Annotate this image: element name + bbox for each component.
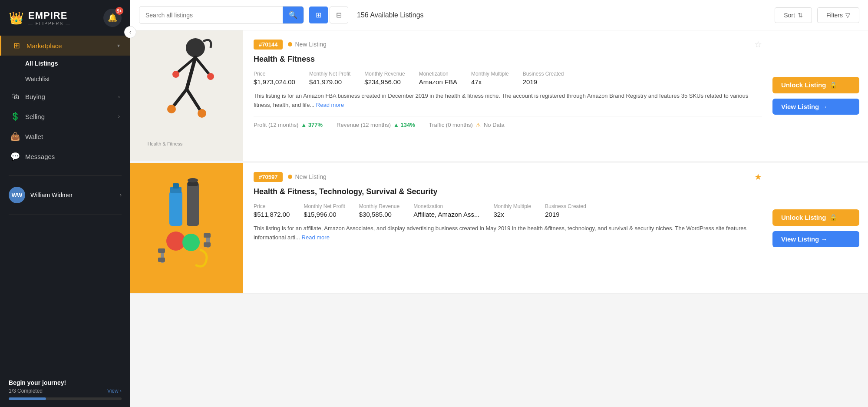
svg-rect-14 <box>187 182 199 226</box>
listing-id-2: #70597 <box>254 172 283 182</box>
sidebar-item-watchlist[interactable]: Watchlist <box>25 71 130 87</box>
traffic-metric: Traffic (0 months) ⚠ No Data <box>429 122 505 129</box>
status-dot <box>288 175 292 179</box>
svg-point-9 <box>198 109 206 118</box>
stat-created: Business Created 2019 <box>523 71 564 86</box>
listing-header: #70144 New Listing ☆ <box>254 39 762 50</box>
journey-section: Begin your journey! 1/3 Completed View › <box>0 372 130 407</box>
sort-button[interactable]: Sort ⇅ <box>775 7 812 23</box>
listing-stats: Price $1,973,024.00 Monthly Net Profit $… <box>254 71 762 86</box>
user-name: William Widmer <box>30 192 115 199</box>
svg-rect-21 <box>158 258 165 262</box>
svg-point-16 <box>188 178 198 182</box>
wallet-icon: 👜 <box>10 132 20 141</box>
filter-label: Filters <box>826 12 843 19</box>
profit-metric: Profit (12 months) ▲ 377% <box>254 122 323 129</box>
sidebar-item-messages[interactable]: 💬 Messages <box>0 146 130 166</box>
user-section[interactable]: WW William Widmer › <box>0 180 130 210</box>
grid-icon: ⊞ <box>12 41 21 50</box>
topbar: 🔍 ⊞ ⊟ 156 Available Listings Sort ⇅ Filt… <box>130 0 868 30</box>
sidebar: 👑 EMPIRE — FLIPPERS — 🔔 9+ ‹ ⊞ Marketpla… <box>0 0 130 407</box>
action-buttons-2: Unlock Listing 🔒 View Listing → <box>772 163 868 293</box>
search-button[interactable]: 🔍 <box>283 7 304 23</box>
listing-image-2 <box>130 163 243 293</box>
stat-multiple: Monthly Multiple 47x <box>471 71 509 86</box>
stat-price: Price $1,973,024.00 <box>254 71 295 86</box>
lock-icon: 🔒 <box>829 81 838 89</box>
listing-description: This listing is for an Amazon FBA busine… <box>254 92 762 110</box>
lock-icon-2: 🔒 <box>829 214 838 222</box>
stat-created-2: Business Created 2019 <box>545 203 586 218</box>
main-content: 🔍 ⊞ ⊟ 156 Available Listings Sort ⇅ Filt… <box>130 0 868 407</box>
chevron-right-icon: › <box>118 113 120 119</box>
stat-price-2: Price $511,872.00 <box>254 203 290 218</box>
marketplace-subnav: All Listings Watchlist <box>0 56 130 87</box>
svg-text:Health & Fitness: Health & Fitness <box>148 141 183 146</box>
chevron-right-icon: › <box>118 94 120 100</box>
sidebar-item-label: Messages <box>25 153 120 160</box>
chevron-down-icon: ▾ <box>117 43 120 49</box>
sidebar-item-selling[interactable]: 💲 Selling › <box>0 106 130 126</box>
star-button[interactable]: ☆ <box>754 39 762 50</box>
read-more-link[interactable]: Read more <box>316 102 344 108</box>
svg-rect-13 <box>173 183 179 189</box>
svg-point-6 <box>172 71 179 78</box>
svg-point-7 <box>207 73 214 80</box>
read-more-link-2[interactable]: Read more <box>302 234 330 241</box>
table-row: #70597 New Listing ★ Health & Fitness, T… <box>130 163 868 294</box>
new-badge: New Listing <box>288 41 326 48</box>
sidebar-item-all-listings[interactable]: All Listings <box>25 56 130 71</box>
notification-badge: 9+ <box>116 7 123 15</box>
listing-image: Health & Fitness <box>130 30 243 161</box>
unlock-listing-button-2[interactable]: Unlock Listing 🔒 <box>772 209 859 226</box>
notification-bell[interactable]: 🔔 9+ <box>103 9 122 27</box>
sidebar-collapse-button[interactable]: ‹ <box>124 26 136 38</box>
crown-icon: 👑 <box>9 11 24 25</box>
view-listing-button[interactable]: View Listing → <box>772 99 859 115</box>
listing-title-2: Health & Fitness, Technology, Survival &… <box>254 187 762 196</box>
table-view-button[interactable]: ⊟ <box>330 7 348 23</box>
svg-point-18 <box>182 234 200 251</box>
stat-net-profit: Monthly Net Profit $41,979.00 <box>309 71 350 86</box>
listing-content: #70144 New Listing ☆ Health & Fitness Pr… <box>243 30 772 161</box>
svg-rect-24 <box>204 242 211 247</box>
filter-button[interactable]: Filters ▽ <box>817 7 859 23</box>
new-badge-2: New Listing <box>288 173 326 180</box>
sidebar-item-marketplace[interactable]: ⊞ Marketplace ▾ <box>0 36 130 56</box>
search-box: 🔍 <box>139 6 304 24</box>
view-toggle: ⊞ ⊟ <box>309 7 348 23</box>
logo-name: EMPIRE <box>28 10 71 21</box>
stat-multiple-2: Monthly Multiple 32x <box>494 203 531 218</box>
journey-view-button[interactable]: View › <box>107 388 122 394</box>
star-button-2[interactable]: ★ <box>754 172 762 182</box>
table-row: Health & Fitness #70144 New Listing ☆ He… <box>130 30 868 161</box>
avatar: WW <box>9 187 25 203</box>
listing-title: Health & Fitness <box>254 55 762 64</box>
grid-view-button[interactable]: ⊞ <box>309 7 328 23</box>
listing-metrics: Profit (12 months) ▲ 377% Revenue (12 mo… <box>254 116 762 129</box>
sidebar-item-label: Selling <box>25 113 113 120</box>
progress-fill <box>9 397 46 400</box>
sidebar-header: 👑 EMPIRE — FLIPPERS — 🔔 9+ <box>0 0 130 31</box>
divider <box>9 175 122 175</box>
action-buttons: Unlock Listing 🔒 View Listing → <box>772 30 868 161</box>
chevron-right-icon: › <box>120 192 122 198</box>
sidebar-item-wallet[interactable]: 👜 Wallet <box>0 126 130 146</box>
svg-point-0 <box>186 38 205 57</box>
listing-description-2: This listing is for an affiliate, Amazon… <box>254 224 762 242</box>
svg-line-3 <box>187 89 202 113</box>
sidebar-item-buying[interactable]: 🛍 Buying › <box>0 87 130 106</box>
logo-sub: — FLIPPERS — <box>28 21 71 26</box>
view-listing-button-2[interactable]: View Listing → <box>772 231 859 247</box>
stat-net-profit-2: Monthly Net Profit $15,996.00 <box>304 203 345 218</box>
svg-rect-23 <box>204 233 211 238</box>
search-input[interactable] <box>139 7 283 23</box>
revenue-metric: Revenue (12 months) ▲ 134% <box>337 122 415 129</box>
filter-icon: ▽ <box>845 12 850 19</box>
shopping-icon: 🛍 <box>10 92 20 101</box>
unlock-listing-button[interactable]: Unlock Listing 🔒 <box>772 77 859 93</box>
listing-content-2: #70597 New Listing ★ Health & Fitness, T… <box>243 163 772 293</box>
stat-monetization: Monetization Amazon FBA <box>419 71 457 86</box>
listings-area: Health & Fitness #70144 New Listing ☆ He… <box>130 30 868 407</box>
svg-rect-20 <box>158 248 165 253</box>
